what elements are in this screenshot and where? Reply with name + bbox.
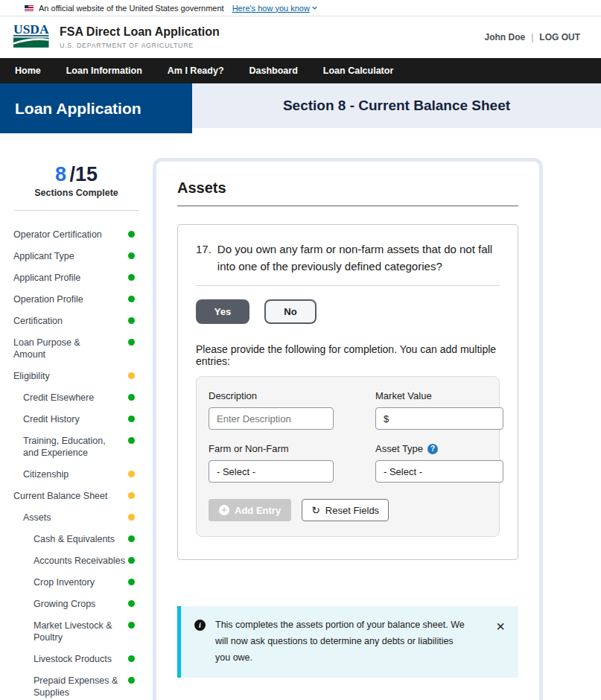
farm-nonfarm-label: Farm or Non-Farm [209,443,334,454]
sidebar-item-assets[interactable]: Assets [13,512,135,524]
sidebar-item-livestock-products[interactable]: Livestock Products [13,653,135,665]
entry-instructions: Please provide the following for complet… [196,343,500,367]
progress-sidebar: 8 /15 Sections Complete Operator Certifi… [0,133,153,700]
sidebar-item-operator-certification[interactable]: Operator Certification [13,229,135,241]
description-input[interactable] [209,407,334,430]
svg-text:USDA: USDA [13,22,49,36]
status-dot-complete [128,317,135,324]
app-title: FSA Direct Loan Application [60,25,220,39]
us-flag-icon [25,5,34,11]
sidebar-item-growing-crops[interactable]: Growing Crops [13,598,135,610]
market-value-input[interactable] [392,413,495,424]
sidebar-item-label: Applicant Type [13,250,74,262]
add-entry-button[interactable]: + Add Entry [209,499,291,521]
assets-card: Assets 17. Do you own any farm or non-fa… [153,158,543,700]
status-dot-complete [128,655,135,662]
status-dot-complete [128,252,135,259]
nav-item-home[interactable]: Home [15,66,41,76]
status-dot-complete [128,535,135,542]
chevron-down-icon [312,5,317,10]
market-value-label: Market Value [375,390,503,401]
sidebar-item-label: Training, Education, and Experience [23,435,118,459]
sections-caption: Sections Complete [0,188,153,198]
hero-band: Loan Application Section 8 - Current Bal… [0,83,601,133]
usda-logo: USDA [13,22,51,52]
sidebar-item-accounts-receivables[interactable]: Accounts Receivables [13,555,135,567]
sidebar-item-label: Assets [23,512,51,524]
status-dot-complete [128,579,135,585]
status-dot-complete [128,274,135,281]
no-button[interactable]: No [264,299,317,324]
sidebar-item-citizenship[interactable]: Citizenship [13,468,135,480]
entry-panel: Description Market Value $ [196,376,500,537]
status-dot-complete [128,600,135,607]
gov-banner: An official website of the United States… [0,0,601,16]
sidebar-item-prepaid-expenses-supplies[interactable]: Prepaid Expenses & Supplies [13,675,135,699]
app-header: USDA FSA Direct Loan Application U.S. DE… [0,16,601,58]
sidebar-item-label: Citizenship [23,468,69,480]
status-dot-complete [128,339,135,346]
help-icon[interactable]: ? [427,444,438,454]
info-icon: i [194,620,206,631]
status-dot-complete [128,622,135,629]
yes-button[interactable]: Yes [196,299,249,324]
sidebar-item-applicant-profile[interactable]: Applicant Profile [13,272,135,284]
market-value-field[interactable]: $ [375,407,503,430]
logout-link[interactable]: LOG OUT [539,32,580,42]
section-header: Section 8 - Current Balance Sheet [192,83,601,128]
close-icon[interactable]: × [496,619,505,634]
farm-nonfarm-select[interactable]: - Select - [209,460,334,483]
sidebar-item-label: Eligibility [13,370,50,382]
sidebar-item-label: Current Balance Sheet [13,490,107,502]
status-dot-in_progress [128,492,135,499]
reset-icon: ↻ [311,504,320,516]
sidebar-item-crop-inventory[interactable]: Crop Inventory [13,576,135,588]
sections-complete-count: 8 [55,163,66,185]
info-alert: i This completes the assets portion of y… [177,606,518,678]
sidebar-item-label: Accounts Receivables [34,555,125,567]
status-dot-complete [128,437,135,444]
dollar-prefix: $ [384,413,389,424]
user-name: John Doe [485,32,526,42]
sidebar-item-label: Operation Profile [13,293,83,305]
reset-fields-button[interactable]: ↻ Reset Fields [302,499,389,521]
sidebar-item-eligibility[interactable]: Eligibility [13,370,135,382]
status-dot-complete [128,296,135,302]
asset-type-select[interactable]: - Select - [375,460,503,483]
sidebar-item-label: Operator Certification [13,229,102,241]
status-dot-in_progress [128,372,135,379]
status-dot-complete [128,394,135,401]
sections-total: /15 [69,163,98,185]
nav-item-loan-calculator[interactable]: Loan Calculator [323,66,393,76]
nav-item-loan-information[interactable]: Loan Information [66,66,142,76]
sidebar-item-cash-equivalents[interactable]: Cash & Equivalents [13,533,135,545]
sidebar-item-label: Livestock Products [34,653,112,665]
sidebar-item-label: Credit History [23,413,80,425]
question-number: 17. [196,241,212,275]
sections-counter: 8 /15 Sections Complete [0,163,153,198]
app-subtitle: U.S. DEPARTMENT OF AGRICULTURE [60,42,220,49]
card-title: Assets [177,179,518,197]
sidebar-item-label: Cash & Equivalents [34,533,115,545]
question-rule [196,285,500,286]
sidebar-item-loan-purpose-amount[interactable]: Loan Purpose & Amount [13,337,135,360]
sidebar-item-operation-profile[interactable]: Operation Profile [13,293,135,305]
gov-banner-text: An official website of the United States… [39,4,224,13]
sidebar-item-label: Growing Crops [34,598,95,610]
sidebar-item-market-livestock-poultry[interactable]: Market Livestock & Poultry [13,620,135,643]
sidebar-divider [13,210,139,211]
sidebar-item-current-balance-sheet[interactable]: Current Balance Sheet [13,490,135,502]
sidebar-item-label: Loan Purpose & Amount [13,337,109,360]
status-dot-complete [128,557,135,564]
nav-item-dashboard[interactable]: Dashboard [249,66,298,76]
sidebar-item-credit-history[interactable]: Credit History [13,413,135,425]
nav-item-am-i-ready-[interactable]: Am I Ready? [168,66,224,76]
how-you-know-link[interactable]: Here's how you know [232,4,317,13]
sidebar-item-credit-elsewhere[interactable]: Credit Elsewhere [13,392,135,404]
status-dot-complete [128,416,135,422]
sidebar-item-training-education-and-experience[interactable]: Training, Education, and Experience [13,435,135,459]
header-separator: | [531,32,533,42]
sidebar-item-applicant-type[interactable]: Applicant Type [13,250,135,262]
sidebar-item-certification[interactable]: Certification [13,315,135,327]
section-list: Operator CertificationApplicant TypeAppl… [0,229,153,700]
